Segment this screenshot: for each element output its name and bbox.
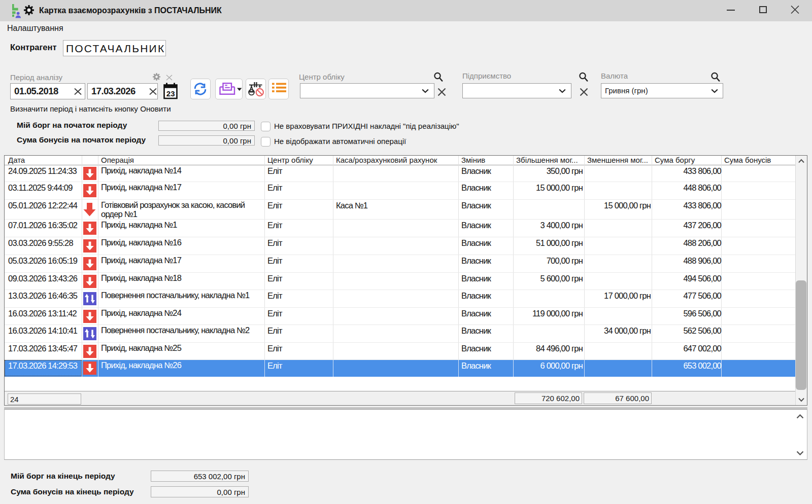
svg-text:23: 23	[166, 89, 175, 98]
